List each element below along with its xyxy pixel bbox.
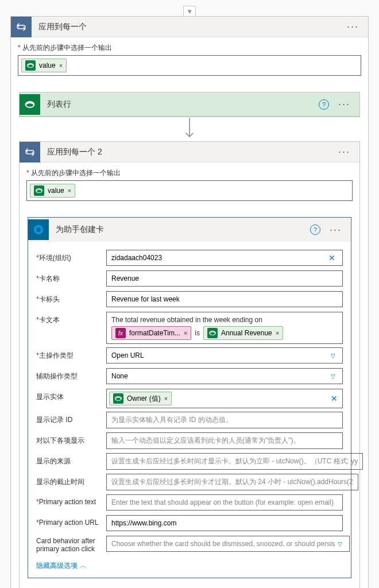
card-header-input[interactable]: Revenue for last week [106, 291, 343, 307]
card-menu-button[interactable]: ··· [336, 98, 353, 110]
required-star: * [18, 44, 21, 52]
create-card-header[interactable]: 为助手创建卡 ? ··· [28, 218, 351, 242]
primary-action-text-label: *Primary action text [36, 494, 106, 506]
sales-insights-icon [28, 219, 49, 240]
list-rows-header[interactable]: 列表行 ? ··· [20, 92, 359, 117]
primary-type-select[interactable]: Open URL▽ [106, 347, 343, 363]
card-text-label: *卡文本 [36, 312, 106, 325]
card-header-label: *卡标头 [36, 291, 106, 304]
primary-type-label: *主操作类型 [36, 347, 106, 361]
card-behavior-label: Card behavior after primary action click [36, 536, 106, 553]
flow-arrow-icon [184, 117, 195, 140]
help-icon[interactable]: ? [319, 99, 329, 110]
dataverse-icon [113, 393, 123, 404]
card-text-line1: The total revenue obtained in the week e… [111, 316, 262, 324]
value-token-pill[interactable]: value × [21, 59, 67, 72]
remove-token-icon[interactable]: × [164, 395, 168, 402]
insert-step-top-button[interactable]: ▾ [183, 6, 196, 16]
card-behavior-select[interactable]: Choose whether the card should be dismis… [106, 536, 350, 552]
pill-label: value [39, 61, 56, 69]
chevron-up-icon: ︿ [80, 561, 87, 571]
apply-to-each-header[interactable]: 应用到每一个 ··· [11, 17, 368, 37]
secondary-type-label: 辅助操作类型 [36, 368, 106, 381]
display-for-label: 对以下各项显示 [36, 432, 106, 446]
display-entity-label: 显示实体 [36, 389, 106, 402]
clear-icon[interactable]: ✕ [328, 394, 340, 403]
loop-icon [11, 17, 32, 37]
remove-token-icon[interactable]: × [68, 187, 71, 194]
card-name-input[interactable]: Revenue [106, 270, 343, 287]
record-id-label: 显示记录 ID [36, 412, 106, 425]
dataverse-icon [20, 94, 40, 115]
pill-label: value [48, 187, 64, 195]
output-caption-2: * 从先前的步骤中选择一个输出 [26, 168, 353, 178]
card-name-label: *卡名称 [36, 270, 106, 284]
env-label: *环境(组织) [36, 250, 106, 263]
formula-token-pill[interactable]: fx formatDateTim... × [111, 326, 191, 340]
apply-to-each-2-header[interactable]: 应用到每一个 2 ··· [20, 142, 359, 163]
loop-icon [20, 142, 40, 163]
primary-action-url-input[interactable]: https://www.bing.com [106, 515, 343, 531]
card-menu-button[interactable]: ··· [327, 224, 344, 236]
help-icon[interactable]: ? [310, 225, 320, 235]
apply-to-each-2-card: 应用到每一个 2 ··· * 从先前的步骤中选择一个输出 value × [19, 141, 360, 588]
dataverse-icon [34, 185, 44, 196]
hide-advanced-link[interactable]: 隐藏高级选项 ︿ [36, 561, 87, 571]
revenue-token-pill[interactable]: Annual Revenue × [203, 326, 283, 340]
output-caption: * 从先前的步骤中选择一个输出 [18, 43, 361, 53]
remove-token-icon[interactable]: × [59, 62, 63, 69]
display-entity-input[interactable]: Owner (值) × ✕ [106, 389, 343, 408]
dataverse-icon [25, 60, 36, 71]
joiner-text: is [195, 329, 200, 337]
previous-output-input-2[interactable]: value × [26, 180, 353, 201]
env-input[interactable]: zidadaach04023✕ [106, 250, 343, 266]
chevron-down-icon[interactable]: ▽ [328, 353, 338, 359]
apply-to-each-title: 应用到每一个 [38, 22, 345, 32]
list-rows-title: 列表行 [47, 99, 319, 110]
apply-to-each-card: 应用到每一个 ··· * 从先前的步骤中选择一个输出 value × 列表行 [10, 16, 369, 588]
show-from-label: 显示的来源 [36, 453, 106, 466]
apply-to-each-2-title: 应用到每一个 2 [47, 147, 336, 157]
record-id-input[interactable]: 为显示实体输入具有记录 ID 的动态值。 [106, 412, 343, 428]
card-text-input[interactable]: The total revenue obtained in the week e… [106, 312, 343, 344]
remove-token-icon[interactable]: × [276, 330, 279, 336]
dataverse-icon [207, 328, 218, 338]
remove-token-icon[interactable]: × [184, 330, 187, 336]
show-from-input[interactable]: 设置生成卡后应经过多长时间才显示卡。默认为立即 - utcNow()。（UTC … [106, 453, 363, 470]
primary-action-text-input[interactable]: Enter the text that should appear on the… [106, 494, 343, 510]
card-menu-button[interactable]: ··· [345, 21, 361, 33]
previous-output-input[interactable]: value × [18, 55, 361, 76]
secondary-type-select[interactable]: None▽ [106, 368, 343, 384]
chevron-down-icon[interactable]: ▽ [328, 373, 338, 380]
chevron-down-icon[interactable]: ▽ [335, 541, 345, 547]
display-for-input[interactable]: 输入一个动态值以定义应该看到此卡的人员(通常为"负责人")。 [106, 432, 343, 449]
list-rows-card: 列表行 ? ··· [19, 92, 360, 117]
create-card-title: 为助手创建卡 [56, 225, 310, 235]
primary-action-url-label: *Primary action URL [36, 515, 106, 527]
value-token-pill-2[interactable]: value × [30, 184, 75, 198]
card-menu-button[interactable]: ··· [336, 146, 353, 158]
create-assistant-card: 为助手创建卡 ? ··· *环境(组织) zidadaach04023✕ *卡名… [28, 217, 351, 578]
clear-icon[interactable]: ✕ [326, 253, 338, 262]
show-until-input[interactable]: 设置生成卡后应经过多长时间卡才过期。默认为 24 小时 - utcNow().a… [106, 474, 358, 490]
show-until-label: 显示的截止时间 [36, 474, 106, 487]
fx-icon: fx [115, 328, 126, 338]
owner-token-pill[interactable]: Owner (值) × [109, 392, 172, 405]
required-star: * [26, 169, 29, 177]
